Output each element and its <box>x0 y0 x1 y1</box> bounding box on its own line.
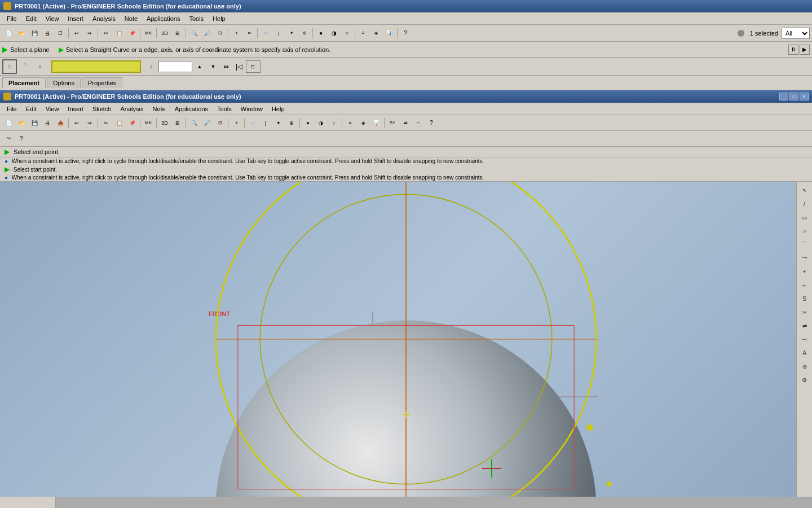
inner-mirror-btn[interactable]: ⇌ <box>399 117 412 129</box>
menu-analysis[interactable]: Analysis <box>88 14 120 23</box>
datum-plane-button[interactable]: ▱ <box>259 27 272 40</box>
sketch-fillet-btn[interactable]: ⌐ <box>798 279 811 291</box>
inner-export-btn[interactable]: 📤 <box>54 117 67 129</box>
shading2-button[interactable]: ◑ <box>328 27 340 40</box>
inner-layers-btn[interactable]: ≡ <box>344 117 356 129</box>
inner-std-orient-btn[interactable]: ⌖ <box>230 117 242 129</box>
print-preview-button[interactable]: 🗒 <box>54 27 67 40</box>
inner-shade1-btn[interactable]: ● <box>302 117 314 129</box>
inner-maximize-button[interactable]: □ <box>789 93 798 100</box>
3dview2-button[interactable]: ⊞ <box>171 27 184 40</box>
inner-undo-btn[interactable]: ↩ <box>70 117 83 129</box>
sketch-scurve-btn[interactable]: S <box>798 292 811 305</box>
inner-close-button[interactable]: × <box>800 93 809 100</box>
sketch-palette-btn[interactable]: ⊚ <box>798 360 811 373</box>
shading1-button[interactable]: ● <box>315 27 327 40</box>
inner-datum-pt-btn[interactable]: ✦ <box>272 117 285 129</box>
inner-help-btn[interactable]: ? <box>425 117 438 129</box>
shading3-button[interactable]: ○ <box>341 27 353 40</box>
zoom-out-button[interactable]: 🔎 <box>201 27 213 40</box>
copy-button[interactable]: 📋 <box>113 27 125 40</box>
inner-datum-csys-btn[interactable]: ⊕ <box>285 117 298 129</box>
sketch-spline-btn[interactable]: 〜 <box>798 252 811 264</box>
datum-csys-button[interactable]: ⊕ <box>298 27 311 40</box>
angle-down-btn[interactable]: ▼ <box>207 60 219 73</box>
inner-grid-btn[interactable]: ⊞ <box>171 117 184 129</box>
curve-input[interactable]: 1 Curve <box>51 60 141 73</box>
angle-input[interactable]: 360.00 <box>158 61 192 72</box>
cap-button[interactable]: |◁ <box>233 60 245 73</box>
inner-paste-btn[interactable]: 📌 <box>126 117 138 129</box>
shape-circle-button[interactable]: ○ <box>33 59 47 74</box>
angle-type-btn[interactable]: ↕ <box>145 60 157 73</box>
mapkey-button[interactable]: MK <box>142 27 155 40</box>
inner-zoom-fit-btn[interactable]: ⊡ <box>214 117 226 129</box>
3d-viewport[interactable]: FRONT <box>0 182 812 497</box>
inner-redo-btn[interactable]: ↪ <box>83 117 96 129</box>
inner-zoom-in-btn[interactable]: 🔍 <box>188 117 200 129</box>
menu-applications[interactable]: Applications <box>142 14 184 23</box>
tab-properties[interactable]: Properties <box>82 77 122 88</box>
prev-view-button[interactable]: ⇐ <box>243 27 255 40</box>
inner-save-btn[interactable]: 💾 <box>28 117 41 129</box>
inner-shade2-btn[interactable]: ◑ <box>315 117 327 129</box>
menu-insert[interactable]: Insert <box>63 14 88 23</box>
inner-menu-analysis[interactable]: Analysis <box>116 104 148 113</box>
redo-button[interactable]: ↪ <box>83 27 96 40</box>
inner-help2-btn[interactable]: ? <box>15 133 28 145</box>
layers-button[interactable]: ≡ <box>357 27 369 40</box>
inner-menu-note[interactable]: Note <box>148 104 170 113</box>
shape-rect-button[interactable]: □ <box>2 59 17 74</box>
inner-menu-help[interactable]: Help <box>267 104 289 113</box>
zoom-in-button[interactable]: 🔍 <box>188 27 200 40</box>
inner-menu-edit[interactable]: Edit <box>21 104 41 113</box>
sketch-addpt-btn[interactable]: + <box>798 265 811 278</box>
undo-button[interactable]: ↩ <box>70 27 83 40</box>
cosmetic-button[interactable]: ◈ <box>370 27 382 40</box>
inner-scale-btn[interactable]: ↔ <box>412 117 425 129</box>
play-button[interactable]: ▶ <box>800 45 810 55</box>
inner-datum-axis-btn[interactable]: | <box>259 117 272 129</box>
inner-minimize-button[interactable]: _ <box>779 93 788 100</box>
shape-arc-button[interactable]: ⌒ <box>17 59 32 74</box>
menu-file[interactable]: File <box>2 14 21 23</box>
analysis-button[interactable]: 📊 <box>383 27 395 40</box>
inner-menu-tools[interactable]: Tools <box>213 104 236 113</box>
tab-placement[interactable]: Placement <box>2 77 46 88</box>
filter-dropdown[interactable]: All <box>782 28 810 39</box>
print-button[interactable]: 🖨 <box>41 27 54 40</box>
menu-view[interactable]: View <box>41 14 64 23</box>
sketch-text-btn[interactable]: A <box>798 347 811 359</box>
inner-datum-plane-btn[interactable]: ▱ <box>246 117 259 129</box>
open-button[interactable]: 📂 <box>15 27 28 40</box>
cut-button[interactable]: ✂ <box>100 27 112 40</box>
inner-3d1-btn[interactable]: 3D <box>158 117 171 129</box>
inner-cut-btn[interactable]: ✂ <box>100 117 112 129</box>
closed-ends-button[interactable]: ⊏ <box>246 60 261 73</box>
menu-tools[interactable]: Tools <box>184 14 208 23</box>
sketch-select-btn[interactable]: ↖ <box>798 184 811 196</box>
inner-shade3-btn[interactable]: ○ <box>328 117 340 129</box>
inner-menu-insert[interactable]: Insert <box>63 104 88 113</box>
inner-menu-window[interactable]: Window <box>236 104 267 113</box>
inner-menu-sketch[interactable]: Sketch <box>88 104 116 113</box>
paste-button[interactable]: 📌 <box>126 27 138 40</box>
sketch-arc-btn[interactable]: ⌒ <box>798 238 811 251</box>
inner-print-btn[interactable]: 🖨 <box>41 117 54 129</box>
sketch-dim-btn[interactable]: ⊣ <box>798 333 811 345</box>
menu-help[interactable]: Help <box>208 14 230 23</box>
inner-analysis-btn[interactable]: 📊 <box>370 117 382 129</box>
sketch-line-btn[interactable]: / <box>798 198 811 210</box>
datum-point-button[interactable]: ✦ <box>285 27 298 40</box>
inner-zoom-out-btn[interactable]: 🔎 <box>201 117 213 129</box>
tab-options[interactable]: Options <box>47 77 81 88</box>
angle-up-btn[interactable]: ▲ <box>193 60 206 73</box>
inner-mapkey-btn[interactable]: MK <box>142 117 155 129</box>
sketch-settings-btn[interactable]: ⚙ <box>798 374 811 386</box>
inner-menu-file[interactable]: File <box>2 104 21 113</box>
inner-copy-btn[interactable]: 📋 <box>113 117 125 129</box>
zoom-fit-button[interactable]: ⊡ <box>214 27 226 40</box>
inner-sym-btn[interactable]: SY <box>386 117 399 129</box>
save-button[interactable]: 💾 <box>28 27 41 40</box>
inner-cosmetic-btn[interactable]: ◈ <box>357 117 369 129</box>
